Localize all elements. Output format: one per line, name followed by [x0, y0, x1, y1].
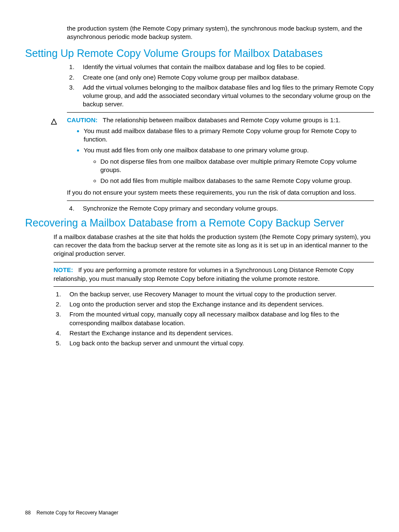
page-content: the production system (the Remote Copy p…	[0, 0, 399, 347]
list-item: Add the virtual volumes belonging to the…	[76, 83, 374, 109]
list-item: From the mounted virtual copy, manually …	[63, 310, 374, 327]
recover-steps-list: On the backup server, use Recovery Manag…	[54, 290, 374, 348]
caution-lead: CAUTION: The relationship between mailbo…	[67, 116, 374, 124]
caution-trailing: If you do not ensure your system meets t…	[67, 188, 374, 197]
note-label: NOTE:	[54, 266, 73, 273]
intro-paragraph: the production system (the Remote Copy p…	[67, 24, 374, 41]
list-item: Identify the virtual volumes that contai…	[76, 63, 374, 71]
list-item: Log back onto the backup server and unmo…	[63, 339, 374, 347]
caution-icon: △	[51, 116, 57, 126]
bullet-text: You must add files from only one mailbox…	[84, 146, 309, 154]
caution-block: △ CAUTION: The relationship between mail…	[67, 112, 374, 201]
note-text: If you are performing a promote restore …	[54, 266, 354, 282]
list-item: Synchronize the Remote Copy primary and …	[76, 204, 374, 213]
setup-steps-list-continued: Synchronize the Remote Copy primary and …	[67, 204, 374, 213]
note-block: NOTE: If you are performing a promote re…	[54, 262, 374, 287]
caution-label: CAUTION:	[67, 116, 97, 123]
list-item: Create one (and only one) Remote Copy vo…	[76, 73, 374, 82]
caution-lead-text: The relationship between mailbox databas…	[103, 116, 341, 123]
list-item: Do not disperse files from one mailbox d…	[100, 157, 374, 175]
recover-paragraph: If a mailbox database crashes at the sit…	[54, 233, 374, 258]
page-number: 88	[25, 510, 31, 516]
caution-bullet-list: You must add mailbox database files to a…	[67, 127, 374, 185]
page-footer: 88Remote Copy for Recovery Manager	[25, 509, 118, 516]
list-item: Restart the Exchange instance and its de…	[63, 329, 374, 337]
caution-sub-list: Do not disperse files from one mailbox d…	[84, 157, 374, 185]
footer-title: Remote Copy for Recovery Manager	[36, 510, 118, 516]
list-item: On the backup server, use Recovery Manag…	[63, 290, 374, 298]
setup-steps-list: Identify the virtual volumes that contai…	[67, 63, 374, 108]
list-item: You must add mailbox database files to a…	[84, 127, 374, 144]
list-item: You must add files from only one mailbox…	[84, 146, 374, 185]
section-heading-setup: Setting Up Remote Copy Volume Groups for…	[25, 46, 374, 61]
list-item: Log onto the production server and stop …	[63, 300, 374, 308]
list-item: Do not add files from multiple mailbox d…	[100, 177, 374, 185]
section-heading-recover: Recovering a Mailbox Database from a Rem…	[25, 216, 374, 230]
